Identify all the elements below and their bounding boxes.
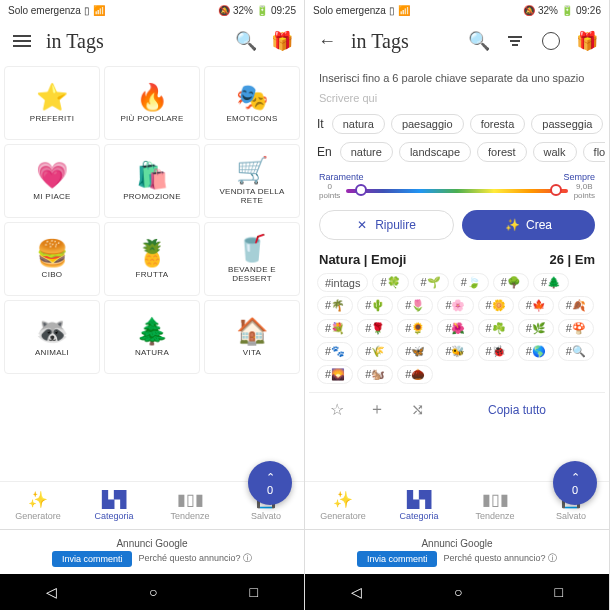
chip[interactable]: nature bbox=[340, 142, 393, 162]
back-button[interactable]: ← bbox=[315, 29, 339, 53]
ad-title: Annunci Google bbox=[421, 538, 492, 549]
hashtag[interactable]: #🍁 bbox=[518, 296, 554, 315]
gift-button[interactable]: 🎁 bbox=[575, 29, 599, 53]
category-icon: 🌲 bbox=[136, 318, 168, 344]
hashtag[interactable]: #🌹 bbox=[357, 319, 393, 338]
recent-button[interactable]: □ bbox=[555, 584, 563, 600]
chip[interactable]: passeggia bbox=[531, 114, 603, 134]
favorite-button[interactable]: ☆ bbox=[317, 400, 357, 419]
recent-button[interactable]: □ bbox=[250, 584, 258, 600]
category-card[interactable]: 🔥PIÙ POPOLARE bbox=[104, 66, 200, 140]
slider-label-right: Sempre bbox=[563, 172, 595, 182]
hashtag[interactable]: #💐 bbox=[317, 319, 353, 338]
hashtag[interactable]: #🍃 bbox=[453, 273, 489, 292]
slider-min-value: 0 bbox=[319, 182, 340, 191]
sim-icon: ▯ bbox=[389, 5, 395, 16]
nav-categoria[interactable]: ▙▜Categoria bbox=[76, 482, 152, 529]
filter-button[interactable] bbox=[503, 29, 527, 53]
chip[interactable]: walk bbox=[533, 142, 577, 162]
shuffle-button[interactable]: ⤭ bbox=[397, 400, 437, 419]
nav-generatore[interactable]: ✨Generatore bbox=[305, 482, 381, 529]
hashtag[interactable]: #🌵 bbox=[357, 296, 393, 315]
chip[interactable]: foresta bbox=[470, 114, 526, 134]
category-card[interactable]: 🌲NATURA bbox=[104, 300, 200, 374]
fab-count: 0 bbox=[572, 484, 578, 496]
chip[interactable]: flo bbox=[583, 142, 605, 162]
hashtag[interactable]: #🐿️ bbox=[357, 365, 393, 384]
fab-counter[interactable]: ⌃ 0 bbox=[248, 461, 292, 505]
ad-feedback-button[interactable]: Invia commenti bbox=[52, 551, 133, 567]
hashtag[interactable]: #🐾 bbox=[317, 342, 353, 361]
hashtag[interactable]: #🌄 bbox=[317, 365, 353, 384]
hashtag[interactable]: #🌷 bbox=[397, 296, 433, 315]
home-button[interactable]: ○ bbox=[149, 584, 157, 600]
hashtag[interactable]: #🌲 bbox=[533, 273, 569, 292]
search-button[interactable]: 🔍 bbox=[234, 29, 258, 53]
back-button[interactable]: ◁ bbox=[351, 584, 362, 600]
mute-icon: 🔕 bbox=[218, 5, 230, 16]
category-label: PROMOZIONE bbox=[123, 192, 181, 201]
ad-why-link[interactable]: Perché questo annuncio? ⓘ bbox=[443, 552, 557, 565]
hashtag[interactable]: #🍀 bbox=[372, 273, 408, 292]
slider-thumb-left[interactable] bbox=[355, 184, 367, 196]
hashtag[interactable]: #🔍 bbox=[558, 342, 594, 361]
hashtag[interactable]: #🍄 bbox=[558, 319, 594, 338]
search-button[interactable]: 🔍 bbox=[467, 29, 491, 53]
hashtag[interactable]: #🐝 bbox=[437, 342, 473, 361]
category-card[interactable]: 🏠VITA bbox=[204, 300, 300, 374]
add-button[interactable]: ＋ bbox=[357, 399, 397, 420]
category-card[interactable]: 🎭EMOTICONS bbox=[204, 66, 300, 140]
chip[interactable]: landscape bbox=[399, 142, 471, 162]
gift-button[interactable]: 🎁 bbox=[270, 29, 294, 53]
category-card[interactable]: 🥤BEVANDE E DESSERT bbox=[204, 222, 300, 296]
category-card[interactable]: 🛍️PROMOZIONE bbox=[104, 144, 200, 218]
keyword-input[interactable]: Scrivere qui bbox=[309, 90, 605, 110]
category-card[interactable]: 🦝ANIMALI bbox=[4, 300, 100, 374]
slider-thumb-right[interactable] bbox=[550, 184, 562, 196]
hashtag[interactable]: #🦋 bbox=[397, 342, 433, 361]
mute-icon: 🔕 bbox=[523, 5, 535, 16]
app-title: in Tags bbox=[46, 30, 222, 53]
hashtag[interactable]: #🌱 bbox=[413, 273, 449, 292]
ad-banner: Annunci Google Invia commenti Perché que… bbox=[305, 529, 609, 574]
chip[interactable]: paesaggio bbox=[391, 114, 464, 134]
fab-counter[interactable]: ⌃ 0 bbox=[553, 461, 597, 505]
hashtag[interactable]: #🐞 bbox=[478, 342, 514, 361]
hashtag[interactable]: #🌰 bbox=[397, 365, 433, 384]
hashtag[interactable]: #🌴 bbox=[317, 296, 353, 315]
nav-categoria[interactable]: ▙▜Categoria bbox=[381, 482, 457, 529]
nav-tendenze[interactable]: ▮▯▮Tendenze bbox=[152, 482, 228, 529]
nav-tendenze[interactable]: ▮▯▮Tendenze bbox=[457, 482, 533, 529]
category-card[interactable]: 🍍FRUTTA bbox=[104, 222, 200, 296]
hashtag[interactable]: #🌳 bbox=[493, 273, 529, 292]
menu-button[interactable] bbox=[10, 29, 34, 53]
category-card[interactable]: 💗MI PIACE bbox=[4, 144, 100, 218]
clear-button[interactable]: ✕Ripulire bbox=[319, 210, 454, 240]
nav-generatore[interactable]: ✨Generatore bbox=[0, 482, 76, 529]
frequency-slider[interactable]: RaramenteSempre 0points 9,0Bpoints bbox=[309, 166, 605, 204]
hashtag[interactable]: #🌼 bbox=[478, 296, 514, 315]
ad-why-link[interactable]: Perché questo annuncio? ⓘ bbox=[138, 552, 252, 565]
hashtag[interactable]: #🌎 bbox=[518, 342, 554, 361]
category-card[interactable]: 🛒VENDITA DELLA RETE bbox=[204, 144, 300, 218]
slider-track[interactable] bbox=[346, 189, 567, 193]
create-button[interactable]: ✨Crea bbox=[462, 210, 595, 240]
hashtag[interactable]: #intags bbox=[317, 273, 368, 292]
category-card[interactable]: 🍔CIBO bbox=[4, 222, 100, 296]
status-battery: 32% bbox=[233, 5, 253, 16]
ad-feedback-button[interactable]: Invia commenti bbox=[357, 551, 438, 567]
hashtag[interactable]: #🌾 bbox=[357, 342, 393, 361]
chip[interactable]: natura bbox=[332, 114, 385, 134]
chip[interactable]: forest bbox=[477, 142, 527, 162]
hashtag[interactable]: #🌺 bbox=[437, 319, 473, 338]
hashtag[interactable]: #☘️ bbox=[478, 319, 514, 338]
home-button[interactable]: ○ bbox=[454, 584, 462, 600]
hashtag[interactable]: #🌻 bbox=[397, 319, 433, 338]
back-button[interactable]: ◁ bbox=[46, 584, 57, 600]
hashtag[interactable]: #🌸 bbox=[437, 296, 473, 315]
category-card[interactable]: ⭐PREFERITI bbox=[4, 66, 100, 140]
copy-all-button[interactable]: Copia tutto bbox=[437, 403, 597, 417]
language-button[interactable] bbox=[539, 29, 563, 53]
hashtag[interactable]: #🍂 bbox=[558, 296, 594, 315]
hashtag[interactable]: #🌿 bbox=[518, 319, 554, 338]
